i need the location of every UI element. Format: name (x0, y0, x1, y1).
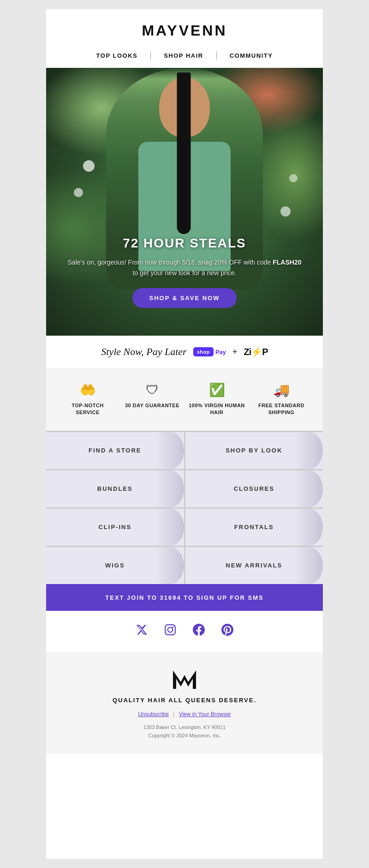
nav-community[interactable]: COMMUNITY (217, 52, 286, 59)
nav-top-looks[interactable]: TOP LOOKS (83, 52, 151, 59)
feature-topnotch: 🤲 TOP-NOTCH SERVICE (59, 382, 116, 416)
hero-subtitle-text: Sale's on, gorgeous! From now through 5/… (68, 259, 302, 276)
topnotch-icon: 🤲 (80, 382, 96, 398)
category-clip-ins[interactable]: CLIP-INS (46, 509, 184, 546)
decorative-flower-1 (83, 160, 95, 172)
topnotch-label: TOP-NOTCH SERVICE (59, 402, 116, 416)
header: MAYVENN (46, 9, 323, 47)
sms-banner[interactable]: TEXT JOIN TO 31694 TO SIGN UP FOR SMS (46, 584, 323, 611)
decorative-flower-2 (74, 188, 83, 197)
svg-rect-0 (165, 625, 175, 635)
svg-point-2 (172, 626, 173, 627)
unsubscribe-link[interactable]: Unsubscribe (138, 711, 169, 717)
virgin-hair-icon: ✅ (209, 382, 225, 398)
features-section: 🤲 TOP-NOTCH SERVICE 🛡 30 DAY GUARANTEE ✅… (46, 368, 323, 431)
guarantee-icon: 🛡 (146, 382, 159, 398)
sms-text: TEXT JOIN TO 31694 TO SIGN UP FOR SMS (105, 594, 263, 601)
new-arrivals-label: NEW ARRIVALS (226, 562, 282, 569)
category-find-store[interactable]: FIND A STORE (46, 432, 184, 469)
category-shop-by-look[interactable]: SHOP BY LOOK (185, 432, 323, 469)
wigs-label: WIGS (105, 562, 125, 569)
zip-logo: Zi⚡P (244, 346, 268, 357)
decorative-flower-3 (280, 206, 291, 217)
shop-pay-badge: shop Pay (193, 347, 226, 356)
footer: QUALITY HAIR ALL QUEENS DESERVE. Unsubsc… (46, 652, 323, 754)
footer-m-logo (171, 666, 198, 693)
pinterest-icon[interactable] (221, 624, 233, 639)
shop-by-look-label: SHOP BY LOOK (226, 447, 282, 454)
hero-content: 72 HOUR STEALS Sale's on, gorgeous! From… (46, 236, 323, 308)
address-line: 1353 Baker Ct. Lexington, KY 40511 (55, 723, 314, 732)
clip-ins-label: CLIP-INS (98, 524, 131, 530)
pay-later-section: Style Now, Pay Later shop Pay + Zi⚡P (46, 336, 323, 368)
category-bundles[interactable]: BUNDLES (46, 470, 184, 507)
category-new-arrivals[interactable]: NEW ARRIVALS (185, 547, 323, 584)
category-grid: FIND A STORE SHOP BY LOOK BUNDLES CLOSUR… (46, 431, 323, 584)
find-store-label: FIND A STORE (89, 447, 142, 454)
instagram-icon[interactable] (164, 624, 176, 639)
email-container: MAYVENN TOP LOOKS SHOP HAIR COMMUNITY 72… (46, 9, 323, 859)
copyright-line: Copyright © 2024 Mayvenn, Inc. (55, 731, 314, 740)
frontals-label: FRONTALS (234, 524, 274, 530)
zip-accent: ⚡ (251, 347, 262, 357)
bundles-label: BUNDLES (97, 485, 133, 492)
footer-address: 1353 Baker Ct. Lexington, KY 40511 Copyr… (55, 723, 314, 740)
shipping-icon: 🚚 (274, 382, 290, 398)
feature-guarantee: 🛡 30 DAY GUARANTEE (124, 382, 180, 409)
facebook-icon[interactable] (193, 624, 205, 639)
nav-shop-hair[interactable]: SHOP HAIR (151, 52, 216, 59)
footer-link-separator: | (173, 711, 176, 717)
hero-title: 72 HOUR STEALS (65, 236, 304, 251)
category-closures[interactable]: CLOSURES (185, 470, 323, 507)
shipping-label: FREE STANDARD SHIPPING (253, 402, 309, 416)
virgin-hair-label: 100% VIRGIN HUMAN HAIR (188, 402, 245, 416)
feature-virgin-hair: ✅ 100% VIRGIN HUMAN HAIR (188, 382, 245, 416)
category-frontals[interactable]: FRONTALS (185, 509, 323, 546)
brand-logo: MAYVENN (55, 22, 314, 39)
twitter-x-icon[interactable] (136, 624, 148, 639)
guarantee-label: 30 DAY GUARANTEE (125, 402, 179, 409)
hero-subtitle: Sale's on, gorgeous! From now through 5/… (65, 257, 304, 278)
decorative-flower-4 (289, 174, 298, 182)
footer-links: Unsubscribe | View in Your Browser (55, 711, 314, 717)
shop-pay-label: Pay (215, 349, 226, 356)
hero-section: 72 HOUR STEALS Sale's on, gorgeous! From… (46, 68, 323, 336)
shop-pay-logo: shop (193, 347, 214, 356)
pay-later-text: Style Now, Pay Later (101, 346, 186, 358)
plus-sign: + (232, 347, 238, 357)
promo-code: FLASH20 (273, 259, 301, 266)
navigation: TOP LOOKS SHOP HAIR COMMUNITY (46, 47, 323, 68)
closures-label: CLOSURES (234, 485, 274, 492)
svg-point-1 (168, 627, 173, 632)
view-browser-link[interactable]: View in Your Browser (179, 711, 231, 717)
social-section (46, 611, 323, 652)
footer-tagline: QUALITY HAIR ALL QUEENS DESERVE. (55, 697, 314, 704)
shop-now-button[interactable]: SHOP & SAVE NOW (132, 288, 236, 308)
category-wigs[interactable]: WIGS (46, 547, 184, 584)
feature-shipping: 🚚 FREE STANDARD SHIPPING (253, 382, 309, 416)
